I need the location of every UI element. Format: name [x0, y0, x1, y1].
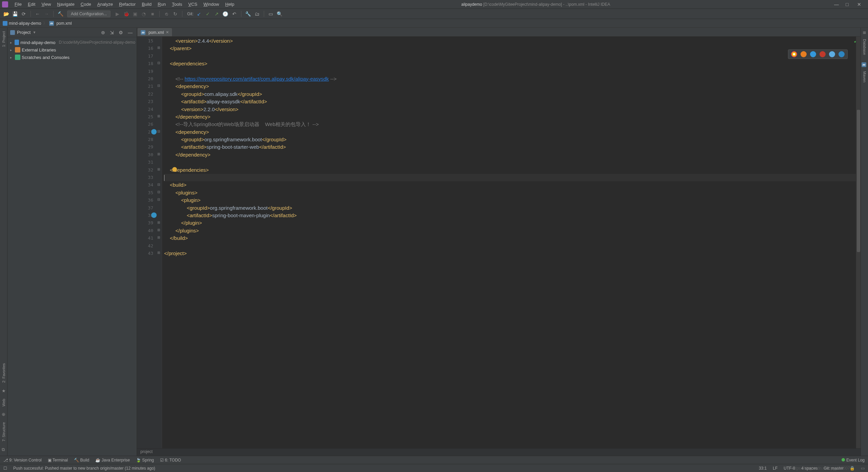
- line-number[interactable]: 35: [137, 189, 153, 197]
- menu-navigate[interactable]: Navigate: [54, 1, 77, 8]
- twb-javaee[interactable]: ☕ Java Enterprise: [95, 458, 130, 463]
- tree-row[interactable]: ▸Scratches and Consoles: [9, 54, 135, 61]
- close-button[interactable]: ✕: [857, 2, 861, 7]
- firefox-icon[interactable]: [801, 51, 807, 57]
- editor-tab-pom[interactable]: m pom.xml ✕: [138, 28, 172, 36]
- toolwin-project-tab[interactable]: 1: Project: [2, 29, 6, 49]
- fold-open-icon[interactable]: ⊟: [157, 190, 161, 194]
- toolwin-web-tab[interactable]: Web: [2, 397, 6, 408]
- fold-close-icon[interactable]: ⊞: [157, 251, 161, 255]
- line-number[interactable]: 20: [137, 75, 153, 83]
- project-structure-icon[interactable]: 🗂: [254, 11, 260, 17]
- menu-vcs[interactable]: VCS: [185, 1, 200, 8]
- back-icon[interactable]: ←: [34, 11, 41, 17]
- fold-strip[interactable]: ⊞⊟⊟⊞⊟⊞⊞⊟⊟⊟⊞⊞⊞⊞: [157, 37, 162, 448]
- code-line[interactable]: <dependency>: [164, 128, 856, 136]
- line-number[interactable]: 33: [137, 174, 153, 181]
- git-commit-icon[interactable]: ✓: [204, 11, 211, 17]
- code-line[interactable]: [164, 53, 856, 60]
- sync-icon[interactable]: ⟳: [20, 11, 27, 17]
- coverage-icon[interactable]: ▣: [132, 11, 138, 17]
- fold-close-icon[interactable]: ⊞: [157, 152, 161, 156]
- toolwin-structure-tab[interactable]: 7: Structure: [2, 420, 6, 444]
- close-tab-icon[interactable]: ✕: [166, 30, 169, 35]
- line-number[interactable]: 16: [137, 45, 153, 52]
- menu-build[interactable]: Build: [139, 1, 155, 8]
- tree-arrow-icon[interactable]: ▸: [10, 41, 13, 44]
- menu-view[interactable]: View: [38, 1, 54, 8]
- save-icon[interactable]: 💾: [12, 11, 18, 17]
- code-line[interactable]: <groupId>com.alipay.sdk</groupId>: [164, 90, 856, 98]
- code-line[interactable]: <!-- https://mvnrepository.com/artifact/…: [164, 75, 856, 83]
- spring-bean-icon[interactable]: [151, 129, 157, 135]
- line-number[interactable]: 19: [137, 68, 153, 75]
- code-line[interactable]: [164, 68, 856, 75]
- menu-run[interactable]: Run: [155, 1, 169, 8]
- line-number[interactable]: 38: [137, 212, 153, 219]
- code-line[interactable]: [164, 242, 856, 250]
- twb-build[interactable]: 🔨 Build: [74, 458, 89, 463]
- line-number[interactable]: 23: [137, 98, 153, 105]
- edge-icon[interactable]: [839, 51, 845, 57]
- code-line[interactable]: <artifactId>spring-boot-starter-web</art…: [164, 143, 856, 151]
- safari-icon[interactable]: [810, 51, 816, 57]
- line-number[interactable]: 26: [137, 121, 153, 128]
- attach-icon[interactable]: ⎋: [163, 11, 170, 17]
- code-line[interactable]: <plugin>: [164, 197, 856, 204]
- code-line[interactable]: <build>: [164, 181, 856, 189]
- dropdown-icon[interactable]: ▼: [33, 30, 36, 34]
- toolwin-database-tab[interactable]: Database: [863, 37, 867, 57]
- line-number[interactable]: 42: [137, 242, 153, 250]
- fold-open-icon[interactable]: ⊟: [157, 183, 161, 187]
- code-line[interactable]: <groupId>org.springframework.boot</group…: [164, 204, 856, 212]
- code-line[interactable]: </dependency>: [164, 151, 856, 159]
- code-editor[interactable]: <version>2.4.4</version> </parent> <depe…: [162, 37, 856, 448]
- twb-todo[interactable]: ☑ 6: TODO: [160, 458, 181, 463]
- tree-arrow-icon[interactable]: ▸: [10, 48, 14, 52]
- line-number[interactable]: 41: [137, 234, 153, 242]
- code-line[interactable]: <artifactId>alipay-easysdk</artifactId>: [164, 98, 856, 105]
- run-icon[interactable]: ▶: [114, 11, 121, 17]
- editor-breadcrumb[interactable]: project: [137, 448, 861, 456]
- opera-icon[interactable]: [820, 51, 826, 57]
- fold-close-icon[interactable]: ⊞: [157, 114, 161, 118]
- code-line[interactable]: <artifactId>spring-boot-maven-plugin</ar…: [164, 212, 856, 219]
- line-number[interactable]: 40: [137, 227, 153, 234]
- settings-icon[interactable]: 🔧: [245, 11, 252, 17]
- debug-icon[interactable]: 🐞: [123, 11, 130, 17]
- line-number[interactable]: 15: [137, 37, 153, 45]
- line-number[interactable]: 21: [137, 83, 153, 90]
- memory-indicator-icon[interactable]: ▭: [861, 466, 865, 471]
- code-line[interactable]: <dependencies>: [164, 60, 856, 67]
- open-icon[interactable]: 📂: [3, 11, 9, 17]
- update-icon[interactable]: ↻: [172, 11, 179, 17]
- build-icon[interactable]: 🔨: [57, 11, 64, 17]
- menu-help[interactable]: Help: [222, 1, 237, 8]
- menu-analyze[interactable]: Analyze: [94, 1, 116, 8]
- code-line[interactable]: <version>2.2.0</version>: [164, 106, 856, 113]
- hide-icon[interactable]: —: [126, 30, 134, 35]
- expand-icon[interactable]: ⇲: [108, 30, 115, 35]
- twb-spring[interactable]: 🍃 Spring: [136, 458, 154, 463]
- line-number[interactable]: 37: [137, 204, 153, 212]
- toolwin-maven-tab[interactable]: Maven: [863, 69, 867, 84]
- line-number[interactable]: 30: [137, 151, 153, 159]
- line-number[interactable]: 25: [137, 113, 153, 121]
- line-number[interactable]: 27: [137, 128, 153, 136]
- event-log[interactable]: Event Log: [842, 458, 865, 463]
- tree-row[interactable]: ▸mind-alipay-demoD:\code\MyGiteeProject\…: [9, 39, 135, 46]
- project-tree[interactable]: ▸mind-alipay-demoD:\code\MyGiteeProject\…: [7, 37, 137, 62]
- search-everywhere-icon[interactable]: 🔍: [276, 11, 283, 17]
- menu-tools[interactable]: Tools: [169, 1, 185, 8]
- fold-close-icon[interactable]: ⊞: [157, 228, 161, 232]
- fold-open-icon[interactable]: ⊟: [157, 61, 161, 65]
- code-line[interactable]: </parent>: [164, 45, 856, 52]
- line-number[interactable]: 36: [137, 197, 153, 204]
- toolwin-favorites-tab[interactable]: 2: Favorites: [2, 361, 6, 385]
- fold-close-icon[interactable]: ⊞: [157, 221, 161, 225]
- code-line[interactable]: [164, 159, 856, 166]
- menu-refactor[interactable]: Refactor: [116, 1, 139, 8]
- code-line[interactable]: </plugin>: [164, 219, 856, 227]
- code-line[interactable]: <!--导入SpringBoot的Web场景启动器 Web相关的包导入！ -->: [164, 121, 856, 128]
- menu-file[interactable]: File: [12, 1, 25, 8]
